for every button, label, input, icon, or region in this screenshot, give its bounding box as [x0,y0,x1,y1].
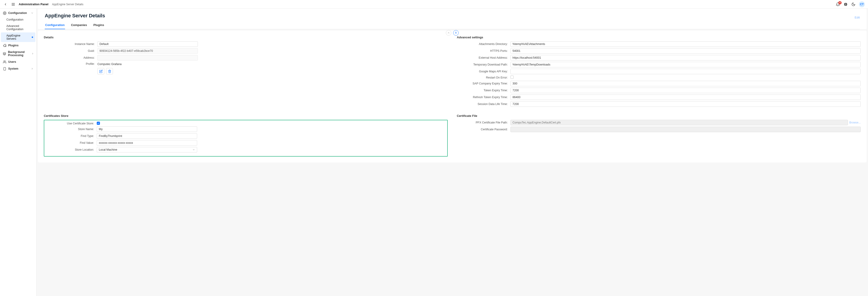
svg-point-6 [4,60,5,62]
advanced-heading: Advanced settings [457,36,861,39]
https-ports-label: HTTPS Ports: [457,49,508,53]
sidebar: Configuration Configuration Advanced Con… [0,9,36,296]
gear-icon [3,11,6,15]
restart-on-error-label: Restart On Error: [457,76,508,79]
sidebar-item-label: Plugins [8,44,19,47]
puzzle-icon [3,43,6,47]
address-label: Address: [44,56,95,59]
sidebar-item-label: Configuration [8,11,27,14]
pfx-path-input [510,120,848,125]
find-value-input[interactable] [97,140,197,146]
details-heading: Details [44,36,448,39]
topbar: Administration Panel AppEngine Server De… [0,0,868,9]
profile-value: Computec Grafana [97,62,198,66]
refresh-token-expiry-label: Refresh Token Expiry Time: [457,96,508,99]
svg-point-4 [4,12,5,13]
profile-label: Profile: [44,62,95,65]
cert-password-input [510,127,861,132]
sap-expiry-label: SAP Company Expiry Time: [457,82,508,85]
page-title: AppEngine Server Details [45,13,105,19]
sap-expiry-input[interactable] [510,81,861,86]
store-name-input[interactable] [97,126,197,132]
active-dot-icon [32,36,33,38]
cert-store-heading: Certificates Store [44,114,448,118]
pin-panel-button[interactable] [453,30,459,36]
guid-label: Guid: [44,49,95,53]
use-cert-store-label: Use Certificate Store: [46,122,94,125]
attachments-dir-input[interactable] [510,41,861,47]
store-location-value: Local Machine [99,148,117,151]
session-life-label: Session Data Life Time: [457,102,508,106]
address-input [97,55,198,60]
attachments-dir-label: Attachments Directory: [457,42,508,46]
sidebar-item-label: Background Processing [8,51,29,57]
cert-file-heading: Certificate File [457,114,861,118]
tmp-download-label: Temporary Download Path: [457,63,508,66]
sidebar-item-configuration-sub[interactable]: Configuration [0,17,36,23]
ext-host-label: External Host Address: [457,56,508,59]
cert-password-label: Certificate Password: [457,128,508,131]
delete-profile-button[interactable] [106,68,113,75]
token-expiry-input[interactable] [510,88,861,93]
sidebar-item-appengine-servers[interactable]: AppEngine Servers [1,32,35,42]
sidebar-item-label: Configuration [6,18,23,21]
menu-icon[interactable] [11,2,16,7]
store-location-label: Store Location: [46,148,94,151]
svg-marker-5 [3,52,6,54]
sidebar-item-label: AppEngine Servers [6,34,30,40]
store-name-label: Store Name: [46,127,94,131]
gmaps-key-input[interactable] [510,69,861,74]
token-expiry-label: Token Expiry Time: [457,89,508,92]
app-title: Administration Panel [19,2,49,6]
restart-on-error-checkbox[interactable] [510,76,514,79]
users-icon [3,60,6,64]
sidebar-item-background-processing[interactable]: Background Processing [0,49,36,58]
cert-store-highlight: Use Certificate Store: Store Name: [44,120,448,156]
sidebar-item-configuration[interactable]: Configuration [0,9,36,17]
svg-rect-7 [4,67,6,70]
guid-input [97,48,198,54]
sidebar-item-label: Users [8,60,16,63]
sidebar-item-advanced-configuration[interactable]: Advanced Configuration [0,23,36,32]
find-value-label: Find Value: [46,141,94,145]
back-icon[interactable] [3,2,8,7]
use-cert-store-checkbox[interactable] [97,122,100,125]
avatar[interactable]: CT [859,1,865,7]
tab-configuration[interactable]: Configuration [45,22,65,29]
sidebar-item-label: Advanced Configuration [6,24,34,31]
chevron-down-icon [31,12,34,14]
layers-icon [3,52,6,55]
store-location-select[interactable]: Local Machine [97,147,197,152]
edit-profile-button[interactable] [97,68,104,75]
gmaps-key-label: Google Maps API Key: [457,70,508,73]
ext-host-input[interactable] [510,55,861,60]
chevron-right-icon [31,67,34,70]
main-area: AppEngine Server Details Edit Configurat… [36,9,868,296]
browse-button[interactable]: Browse... [849,121,861,124]
tabs: Configuration Companies Plugins [45,22,860,29]
breadcrumb: AppEngine Server Details [52,3,83,6]
find-type-label: Find Type: [46,135,94,138]
notification-badge: 4 [838,1,841,4]
sidebar-item-system[interactable]: System [0,65,36,72]
notifications-icon[interactable]: 4 [836,2,840,7]
session-life-input[interactable] [510,101,861,107]
collapse-panel-button[interactable] [446,30,451,36]
chevron-right-icon [31,52,34,55]
refresh-token-expiry-input[interactable] [510,94,861,100]
globe-icon[interactable] [843,2,848,7]
chevron-down-icon [192,148,195,151]
tab-plugins[interactable]: Plugins [93,22,104,29]
find-type-input[interactable] [97,133,197,139]
edit-link[interactable]: Edit [855,16,860,19]
theme-toggle-icon[interactable] [851,2,856,7]
device-icon [3,67,6,70]
tmp-download-input[interactable] [510,62,861,67]
tab-companies[interactable]: Companies [70,22,87,29]
instance-name-label: Instance Name: [44,42,95,46]
instance-name-input[interactable] [97,41,198,47]
sidebar-item-label: System [8,67,18,70]
sidebar-item-users[interactable]: Users [0,58,36,65]
sidebar-item-plugins[interactable]: Plugins [0,42,36,49]
https-ports-input[interactable] [510,48,861,54]
